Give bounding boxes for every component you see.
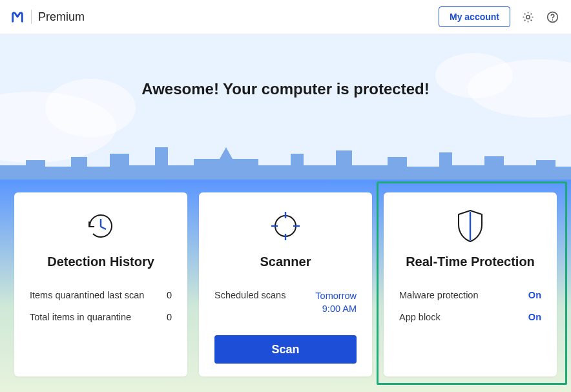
hero-title: Awesome! Your computer is protected! [0, 34, 571, 98]
crosshair-icon [214, 208, 357, 244]
row-value: 0 [167, 290, 172, 300]
dashboard-cards: Detection History Items quarantined last… [0, 180, 571, 392]
scanner-card: Scanner Scheduled scans Tomorrow 9:00 AM… [199, 192, 372, 377]
malware-protection-toggle[interactable]: On [528, 290, 541, 300]
detection-history-title: Detection History [30, 254, 172, 269]
brand: Premium [10, 10, 85, 24]
detection-row-total: Total items in quarantine 0 [30, 312, 172, 322]
app-header: Premium My account [0, 0, 571, 34]
svg-point-0 [526, 15, 530, 19]
hero-banner: Awesome! Your computer is protected! [0, 34, 571, 180]
scheduled-day: Tomorrow [315, 290, 357, 303]
row-value: 0 [167, 312, 172, 322]
my-account-button[interactable]: My account [439, 6, 510, 27]
malwarebytes-logo-icon [10, 10, 25, 24]
row-label: Items quarantined last scan [30, 290, 160, 300]
scheduled-time: 9:00 AM [315, 303, 357, 316]
scanner-row-scheduled: Scheduled scans Tomorrow 9:00 AM [214, 290, 357, 315]
scheduled-scan-value[interactable]: Tomorrow 9:00 AM [315, 290, 357, 315]
skyline-illustration [0, 134, 571, 180]
row-label: Total items in quarantine [30, 312, 160, 322]
detection-row-last-scan: Items quarantined last scan 0 [30, 290, 172, 300]
svg-point-2 [552, 19, 553, 21]
svg-line-4 [101, 227, 106, 229]
brand-divider [31, 10, 32, 24]
row-label: Malware protection [399, 290, 522, 300]
detection-history-card: Detection History Items quarantined last… [14, 192, 187, 377]
history-icon [30, 208, 172, 244]
tier-label: Premium [38, 10, 85, 24]
row-label: App block [399, 312, 522, 322]
gear-icon[interactable] [521, 10, 535, 24]
realtime-protection-title: Real-Time Protection [399, 254, 541, 269]
svg-point-5 [275, 216, 296, 236]
scan-button[interactable]: Scan [214, 335, 357, 364]
row-label: Scheduled scans [214, 290, 309, 300]
scanner-title: Scanner [214, 254, 357, 269]
help-icon[interactable] [545, 10, 559, 24]
rtp-row-malware: Malware protection On [399, 290, 541, 300]
realtime-protection-card: Real-Time Protection Malware protection … [384, 192, 557, 377]
shield-icon [399, 208, 541, 244]
app-block-toggle[interactable]: On [528, 312, 541, 322]
rtp-row-appblock: App block On [399, 312, 541, 322]
